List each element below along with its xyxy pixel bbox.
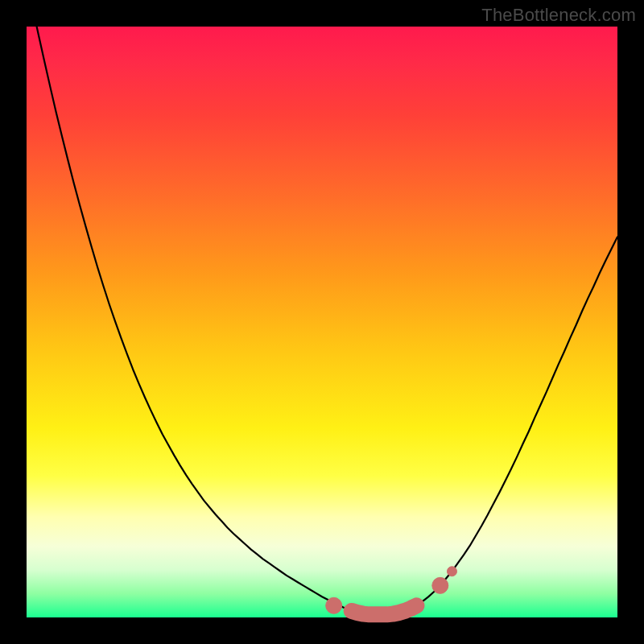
svg-point-0 — [326, 597, 342, 613]
chart-plot-area — [27, 27, 617, 617]
curve-markers — [326, 567, 457, 615]
svg-point-2 — [447, 567, 456, 576]
watermark-text: TheBottleneck.com — [481, 5, 636, 26]
curve-line — [27, 0, 617, 614]
chart-svg — [27, 27, 617, 617]
chart-frame: TheBottleneck.com — [0, 0, 644, 644]
marker-flat-segment — [352, 605, 417, 614]
svg-point-1 — [432, 577, 448, 593]
